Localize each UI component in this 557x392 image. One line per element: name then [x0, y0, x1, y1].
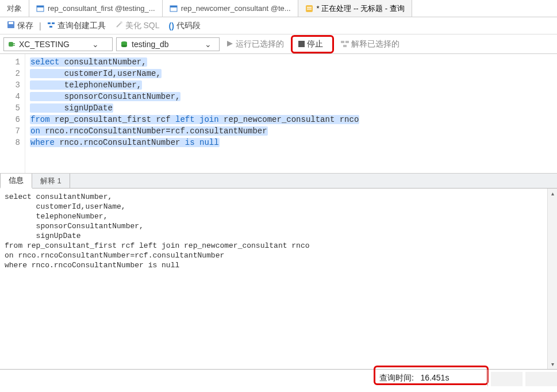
- beautify-sql-button[interactable]: 美化 SQL: [112, 20, 163, 32]
- svg-rect-16: [13, 45, 15, 46]
- connection-combo[interactable]: XC_TESTING ⌄: [3, 37, 113, 51]
- document-tabs: 对象 rep_consultant_first @testing_... rep…: [0, 0, 557, 17]
- svg-rect-5: [307, 7, 312, 8]
- run-selected-button[interactable]: 运行已选择的: [223, 39, 287, 49]
- svg-rect-11: [49, 26, 52, 28]
- save-label: 保存: [17, 21, 33, 31]
- explain-icon: [341, 40, 349, 49]
- results-text[interactable]: select consultantNumber, customerId,user…: [0, 189, 557, 369]
- tab-label: * 正在处理 -- 无标题 - 查询: [317, 3, 405, 14]
- play-icon: [226, 40, 233, 49]
- result-tab-info[interactable]: 信息: [0, 174, 32, 189]
- scroll-down-icon[interactable]: ▾: [548, 359, 557, 369]
- explain-selected-button[interactable]: 解释已选择的: [337, 39, 403, 49]
- query-builder-label: 查询创建工具: [57, 21, 106, 31]
- status-query-time: 查询时间: 16.451s: [213, 370, 487, 386]
- table-icon: [170, 5, 178, 13]
- tab-label: 对象: [7, 3, 22, 14]
- svg-rect-6: [307, 9, 312, 10]
- svg-rect-3: [170, 6, 177, 7]
- save-icon: [7, 21, 15, 30]
- query-builder-button[interactable]: 查询创建工具: [44, 20, 109, 32]
- stop-label: 停止: [307, 39, 323, 49]
- editor-toolbar: 保存 | 查询创建工具 美化 SQL () 代码段: [0, 17, 557, 34]
- sql-editor[interactable]: 1 2 3 4 5 6 7 8 select consultantNumber,…: [0, 54, 557, 174]
- code-area[interactable]: select consultantNumber, customerId,user…: [25, 54, 557, 173]
- explain-label: 解释已选择的: [351, 39, 399, 49]
- scroll-up-icon[interactable]: ▴: [548, 189, 557, 198]
- svg-point-19: [121, 45, 127, 47]
- svg-marker-20: [227, 41, 233, 47]
- query-controls: XC_TESTING ⌄ testing_db ⌄ 运行已选择的 停止 解释已选…: [0, 34, 557, 54]
- tab-rep-consultant-first[interactable]: rep_consultant_first @testing_...: [29, 0, 163, 17]
- query-builder-icon: [47, 21, 55, 30]
- snippet-label: 代码段: [176, 21, 201, 31]
- svg-rect-24: [343, 45, 347, 47]
- chevron-down-icon: ⌄: [91, 40, 99, 49]
- svg-rect-15: [13, 43, 15, 44]
- svg-rect-22: [341, 41, 344, 43]
- stop-button[interactable]: 停止: [295, 39, 326, 49]
- line-gutter: 1 2 3 4 5 6 7 8: [0, 54, 25, 173]
- svg-rect-1: [37, 6, 44, 7]
- result-tabs: 信息 解释 1: [0, 174, 557, 189]
- magic-wand-icon: [115, 21, 123, 30]
- result-tab-explain[interactable]: 解释 1: [32, 174, 70, 188]
- stop-button-highlight: 停止: [291, 35, 334, 53]
- database-combo[interactable]: testing_db ⌄: [116, 37, 220, 51]
- svg-rect-9: [48, 22, 51, 24]
- query-time-label: 查询时间:: [379, 373, 414, 382]
- beautify-label: 美化 SQL: [125, 21, 160, 31]
- status-bar: 查询时间: 16.451s: [0, 369, 557, 386]
- plug-icon: [7, 40, 16, 48]
- database-icon: [120, 40, 128, 48]
- braces-icon: (): [169, 21, 174, 30]
- tab-objects[interactable]: 对象: [0, 0, 29, 17]
- svg-rect-8: [9, 22, 13, 24]
- snippet-button[interactable]: () 代码段: [166, 20, 204, 32]
- tab-untitled-query[interactable]: * 正在处理 -- 无标题 - 查询: [298, 0, 412, 17]
- table-icon: [36, 5, 44, 13]
- vertical-scrollbar[interactable]: ▴ ▾: [547, 189, 557, 369]
- tab-label: rep_consultant_first @testing_...: [48, 4, 155, 13]
- results-panel: select consultantNumber, customerId,user…: [0, 189, 557, 369]
- query-time-value: 16.451s: [421, 373, 450, 382]
- svg-rect-23: [345, 41, 349, 43]
- run-label: 运行已选择的: [236, 39, 284, 49]
- tab-label: rep_newcomer_consultant @te...: [181, 4, 291, 13]
- svg-rect-14: [9, 42, 13, 47]
- svg-point-13: [120, 21, 122, 24]
- stop-icon: [298, 40, 305, 49]
- query-icon: [305, 5, 313, 13]
- connection-name: XC_TESTING: [19, 40, 88, 49]
- tab-rep-newcomer-consultant[interactable]: rep_newcomer_consultant @te...: [163, 0, 298, 17]
- svg-rect-10: [52, 22, 55, 24]
- database-name: testing_db: [132, 40, 201, 49]
- save-button[interactable]: 保存: [3, 20, 37, 32]
- svg-rect-21: [298, 41, 305, 47]
- chevron-down-icon: ⌄: [204, 40, 212, 49]
